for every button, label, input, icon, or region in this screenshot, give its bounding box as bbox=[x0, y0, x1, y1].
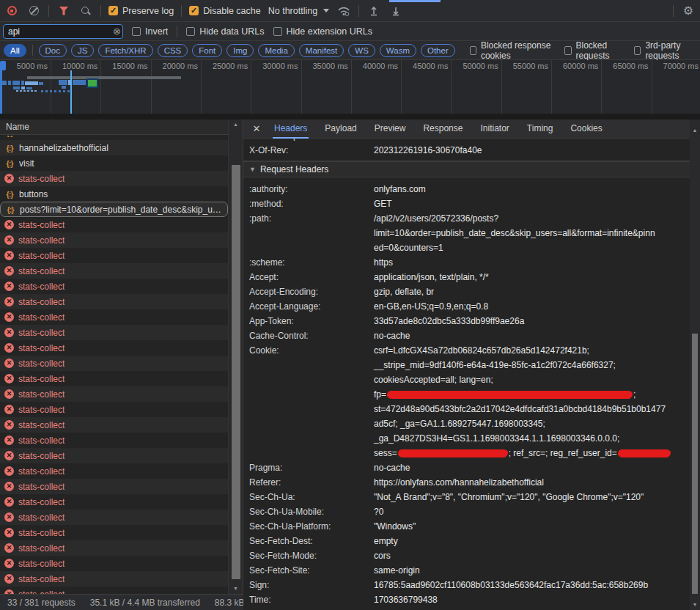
type-filter-doc[interactable]: Doc bbox=[39, 44, 67, 57]
waterfall-bar bbox=[39, 82, 43, 85]
request-row[interactable]: ✕stats-collect bbox=[0, 340, 228, 356]
chevron-down-icon bbox=[323, 9, 329, 12]
request-row[interactable]: ✕stats-collect bbox=[0, 494, 228, 510]
type-filter-media[interactable]: Media bbox=[258, 44, 294, 57]
filter-button[interactable] bbox=[56, 4, 71, 18]
dom-content-loaded-line bbox=[70, 70, 72, 114]
name-column-header[interactable]: Name bbox=[0, 120, 228, 135]
disable-cache-checkbox[interactable]: ✓ Disable cache bbox=[189, 6, 261, 16]
request-row[interactable]: ✕stats-collect bbox=[0, 571, 228, 587]
scroll-up-icon[interactable]: ▲ bbox=[690, 127, 700, 134]
request-row[interactable]: ✕stats-collect bbox=[0, 325, 228, 340]
request-row[interactable]: ✕stats-collect bbox=[0, 279, 228, 294]
request-row[interactable]: {:}buttons bbox=[0, 186, 228, 202]
tab-headers[interactable]: Headers bbox=[267, 120, 314, 139]
filter-checkbox-blocked-requests[interactable]: Blocked requests bbox=[564, 40, 624, 61]
request-row[interactable]: ✕stats-collect bbox=[0, 433, 228, 448]
overview-selection-edge[interactable] bbox=[0, 63, 2, 114]
invert-checkbox[interactable]: Invert bbox=[132, 26, 168, 37]
search-button[interactable] bbox=[78, 4, 93, 18]
request-row[interactable]: ✕stats-collect bbox=[0, 525, 228, 540]
hide-data-urls-checkbox[interactable]: Hide data URLs bbox=[186, 26, 264, 37]
tab-preview[interactable]: Preview bbox=[367, 120, 413, 139]
clear-search-icon[interactable]: ⊗ bbox=[113, 26, 121, 37]
tab-initiator[interactable]: Initiator bbox=[473, 120, 516, 139]
request-row[interactable]: ✕stats-collect bbox=[0, 386, 228, 402]
request-row[interactable]: ✕stats-collect bbox=[0, 540, 228, 556]
type-filter-js[interactable]: JS bbox=[71, 44, 94, 57]
preserve-log-checkbox[interactable]: ✓ Preserve log bbox=[108, 6, 174, 16]
waterfall-bar bbox=[41, 90, 43, 92]
type-filter-font[interactable]: Font bbox=[192, 44, 222, 57]
header-name: :scheme: bbox=[249, 255, 374, 270]
scroll-up-icon[interactable]: ▲ bbox=[229, 121, 243, 128]
request-row[interactable]: ✕stats-collect bbox=[0, 448, 228, 463]
throttling-dropdown[interactable]: No throttling bbox=[268, 6, 329, 16]
timeline-tick-label: 45000 ms bbox=[394, 62, 448, 70]
import-har-button[interactable] bbox=[366, 4, 381, 18]
request-headers-section-header[interactable]: ▼Request Headers bbox=[243, 161, 690, 177]
detail-scrollbar[interactable]: ▲ ▼ bbox=[690, 120, 700, 610]
type-filter-manifest[interactable]: Manifest bbox=[299, 44, 344, 57]
scroll-down-icon[interactable]: ▼ bbox=[229, 585, 243, 592]
close-icon[interactable]: ✕ bbox=[249, 123, 264, 134]
header-value: 16785:5aad9602cf110608b03133de563642fac1… bbox=[374, 578, 690, 592]
header-name: Sec-Fetch-Site: bbox=[249, 563, 374, 578]
type-filter-fetch-xhr[interactable]: Fetch/XHR bbox=[98, 44, 152, 57]
type-filter-ws[interactable]: WS bbox=[348, 44, 375, 57]
request-list-scrollbar[interactable]: ▲ ▼ bbox=[228, 120, 243, 594]
hide-extension-urls-checkbox[interactable]: Hide extension URLs bbox=[273, 26, 372, 37]
request-row[interactable]: ✕stats-collect bbox=[0, 248, 228, 263]
tab-cookies[interactable]: Cookies bbox=[563, 120, 609, 139]
request-row[interactable]: ✕stats-collect bbox=[0, 217, 228, 232]
scrollbar-thumb[interactable] bbox=[232, 165, 240, 579]
timeline-tick-label: 20000 ms bbox=[144, 62, 198, 70]
request-row[interactable]: ✕stats-collect bbox=[0, 556, 228, 571]
export-har-button[interactable] bbox=[388, 4, 403, 18]
settings-button[interactable]: ⚙ bbox=[681, 4, 696, 18]
request-row[interactable]: {:}posts?limit=10&order=publish_date_des… bbox=[0, 202, 228, 217]
error-icon: ✕ bbox=[4, 389, 14, 399]
request-row[interactable]: ✕stats-collect bbox=[0, 371, 228, 386]
request-row[interactable]: ✕stats-collect bbox=[0, 309, 228, 325]
type-filter-img[interactable]: Img bbox=[226, 44, 254, 57]
request-row[interactable]: ✕stats-collect bbox=[0, 171, 228, 186]
request-row[interactable]: ✕stats-collect bbox=[0, 402, 228, 417]
network-conditions-button[interactable] bbox=[336, 4, 351, 18]
waterfall-bar bbox=[34, 90, 37, 92]
request-name: visit bbox=[19, 158, 34, 169]
request-row[interactable]: ✕stats-collect bbox=[0, 263, 228, 279]
request-row[interactable]: ✕stats-collect bbox=[0, 356, 228, 371]
header-value-text: ; ref_src=; reg_ref_user_id= bbox=[509, 448, 617, 458]
record-button[interactable] bbox=[4, 4, 19, 18]
type-filter-all[interactable]: All bbox=[4, 44, 26, 57]
filter-checkbox-blocked-response-cookies[interactable]: Blocked response cookies bbox=[470, 40, 555, 61]
request-row[interactable]: {:}visit bbox=[0, 155, 228, 171]
request-row[interactable]: ✕stats-collect bbox=[0, 510, 228, 525]
request-row[interactable]: {:}hannahelizabethofficial bbox=[0, 140, 228, 155]
network-overview-timeline[interactable]: 5000 ms10000 ms15000 ms20000 ms25000 ms3… bbox=[0, 60, 700, 114]
request-row[interactable]: ✕stats-collect bbox=[0, 294, 228, 309]
request-row[interactable]: ✕stats-collect bbox=[0, 479, 228, 494]
overview-drag-handle[interactable] bbox=[0, 61, 6, 70]
tab-payload[interactable]: Payload bbox=[317, 120, 364, 139]
header-value-text: DENY bbox=[374, 139, 398, 141]
scrollbar-thumb[interactable] bbox=[692, 334, 698, 594]
header-value-text: _ga_D4827DS3H4=GS1.1.1698003344.1.1.1698… bbox=[374, 433, 619, 444]
filter-input[interactable] bbox=[3, 24, 123, 39]
filter-checkbox-3rd-party-requests[interactable]: 3rd-party requests bbox=[634, 40, 696, 61]
type-filter-css[interactable]: CSS bbox=[158, 44, 188, 57]
tab-response[interactable]: Response bbox=[416, 120, 470, 139]
request-row[interactable]: ✕stats-collect bbox=[0, 417, 228, 433]
type-filter-wasm[interactable]: Wasm bbox=[380, 44, 416, 57]
scroll-down-icon[interactable]: ▼ bbox=[690, 601, 700, 609]
request-row[interactable]: ✕stats-collect bbox=[0, 463, 228, 479]
header-value-text: 16785:5aad9602cf110608b03133de563642fac1… bbox=[374, 580, 648, 590]
request-row[interactable]: ✕stats-collect bbox=[0, 587, 228, 594]
type-filter-other[interactable]: Other bbox=[421, 44, 455, 57]
tab-timing[interactable]: Timing bbox=[520, 120, 561, 139]
request-row[interactable]: ✕stats-collect bbox=[0, 232, 228, 248]
error-icon: ✕ bbox=[4, 282, 14, 291]
header-name: :method: bbox=[249, 196, 374, 211]
clear-button[interactable] bbox=[26, 4, 41, 18]
